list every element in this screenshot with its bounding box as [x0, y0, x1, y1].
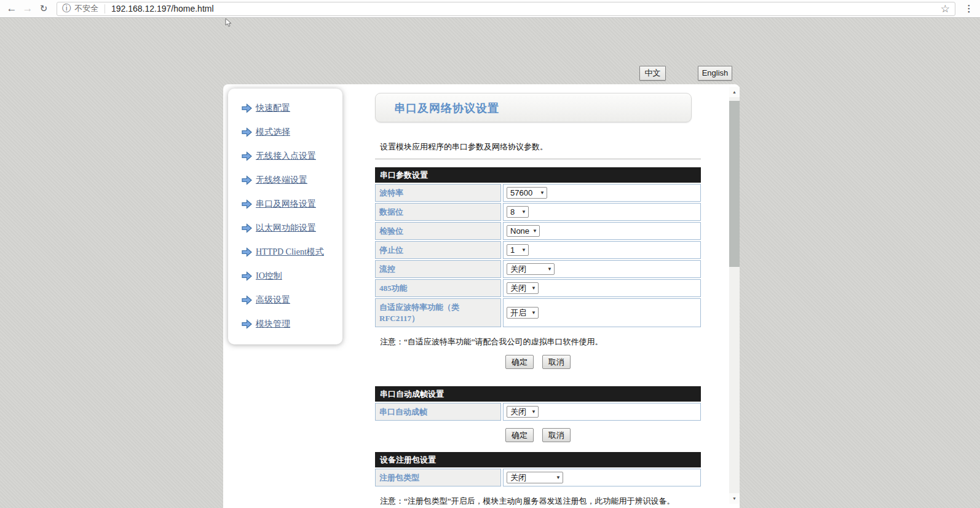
language-chinese-button[interactable]: 中文	[639, 66, 666, 81]
sidebar-item-wireless-sta[interactable]: 无线终端设置	[241, 174, 342, 186]
scrollbar-thumb[interactable]	[729, 101, 740, 267]
arrow-right-icon	[241, 151, 253, 161]
table-row: 波特率 57600▼	[375, 184, 701, 202]
ok-button[interactable]: 确定	[505, 428, 534, 442]
arrow-right-icon	[241, 103, 253, 113]
table-row: 数据位 8▼	[375, 203, 701, 221]
sidebar-link[interactable]: 串口及网络设置	[256, 199, 316, 210]
sidebar-link[interactable]: 模式选择	[256, 127, 290, 138]
scrollbar[interactable]: ▲ ▼	[729, 87, 740, 504]
dropdown-arrow-icon: ▼	[556, 475, 561, 480]
cancel-button[interactable]: 取消	[542, 428, 571, 442]
auto-frame-table: 串口自动成帧设置 串口自动成帧 关闭▼	[375, 386, 701, 421]
page-title: 串口及网络协议设置	[394, 101, 499, 116]
row-label: 485功能	[375, 279, 501, 297]
scroll-down-icon[interactable]: ▼	[729, 493, 740, 504]
scroll-up-icon[interactable]: ▲	[729, 87, 740, 97]
page-title-box: 串口及网络协议设置	[375, 93, 692, 122]
sidebar-item-serial-network[interactable]: 串口及网络设置	[241, 198, 342, 210]
mouse-cursor	[225, 18, 232, 28]
sidebar-link[interactable]: 无线终端设置	[256, 175, 307, 186]
info-icon[interactable]: ⓘ	[62, 3, 71, 14]
dropdown-arrow-icon: ▼	[521, 247, 526, 253]
sidebar-item-mode-select[interactable]: 模式选择	[241, 126, 342, 138]
main-content: 串口及网络协议设置 设置模块应用程序的串口参数及网络协议参数。 串口参数设置 波…	[375, 93, 701, 508]
arrow-right-icon	[241, 223, 253, 233]
stop-bits-select[interactable]: 1▼	[507, 244, 529, 256]
address-bar[interactable]: ⓘ 不安全 192.168.12.197/home.html ☆	[57, 2, 955, 16]
back-icon[interactable]: ←	[4, 1, 20, 17]
browser-toolbar: ← → ↻ ⓘ 不安全 192.168.12.197/home.html ☆ ⋮	[0, 0, 980, 18]
sidebar-link[interactable]: IO控制	[256, 271, 282, 282]
sidebar-link[interactable]: 无线接入点设置	[256, 151, 316, 162]
sidebar-link[interactable]: 快速配置	[256, 103, 290, 114]
dropdown-arrow-icon: ▼	[531, 285, 536, 291]
table-row: 自适应波特率功能（类RFC2117） 开启▼	[375, 298, 701, 327]
table-row: 注册包类型 关闭▼	[375, 469, 701, 486]
sidebar-item-module-mgmt[interactable]: 模块管理	[241, 318, 342, 330]
table-row: 停止位 1▼	[375, 241, 701, 259]
sidebar-link[interactable]: 模块管理	[256, 319, 290, 330]
row-label: 自适应波特率功能（类RFC2117）	[375, 298, 501, 327]
content-panel: 快速配置 模式选择 无线接入点设置 无线终端设置 串口及网络设置 以太网功能设置	[223, 84, 740, 508]
table-header: 设备注册包设置	[375, 452, 701, 467]
row-label: 数据位	[375, 203, 501, 221]
sidebar-link[interactable]: 以太网功能设置	[256, 223, 316, 234]
browser-menu-icon[interactable]: ⋮	[960, 3, 978, 14]
flow-control-select[interactable]: 关闭▼	[507, 263, 555, 275]
reload-icon[interactable]: ↻	[36, 1, 52, 17]
omnibox-separator	[105, 4, 105, 14]
row-label: 波特率	[375, 184, 501, 202]
security-label: 不安全	[74, 3, 98, 14]
page-background: 中文 English 快速配置 模式选择 无线接入点设置 无线终端设置	[0, 18, 980, 508]
table-row: 串口自动成帧 关闭▼	[375, 403, 701, 421]
row-label: 检验位	[375, 222, 501, 240]
divider	[375, 159, 701, 159]
arrow-right-icon	[241, 199, 253, 209]
arrow-right-icon	[241, 247, 253, 257]
data-bits-select[interactable]: 8▼	[507, 206, 529, 218]
ok-button[interactable]: 确定	[505, 355, 534, 369]
sidebar-link[interactable]: HTTPD Client模式	[256, 247, 324, 258]
dropdown-arrow-icon: ▼	[532, 228, 537, 234]
serial-params-table: 串口参数设置 波特率 57600▼ 数据位 8▼	[375, 167, 701, 327]
sidebar-item-ethernet[interactable]: 以太网功能设置	[241, 222, 342, 234]
register-packet-table: 设备注册包设置 注册包类型 关闭▼	[375, 452, 701, 486]
arrow-right-icon	[241, 127, 253, 137]
sidebar-item-wireless-ap[interactable]: 无线接入点设置	[241, 150, 342, 162]
sidebar-item-io-control[interactable]: IO控制	[241, 270, 342, 282]
dropdown-arrow-icon: ▼	[521, 209, 526, 215]
register-type-select[interactable]: 关闭▼	[507, 472, 563, 483]
row-label: 停止位	[375, 241, 501, 259]
parity-select[interactable]: None▼	[507, 225, 540, 237]
arrow-right-icon	[241, 295, 253, 305]
table-header: 串口参数设置	[375, 167, 701, 183]
url-text[interactable]: 192.168.12.197/home.html	[111, 4, 941, 14]
table-row: 检验位 None▼	[375, 222, 701, 240]
sidebar-item-httpd-client[interactable]: HTTPD Client模式	[241, 246, 342, 258]
row-label: 注册包类型	[375, 469, 501, 486]
dropdown-arrow-icon: ▼	[540, 190, 545, 196]
sidebar-link[interactable]: 高级设置	[256, 295, 290, 306]
auto-frame-actions: 确定 取消	[375, 428, 701, 442]
arrow-right-icon	[241, 271, 253, 281]
rs485-select[interactable]: 关闭▼	[507, 282, 539, 294]
dropdown-arrow-icon: ▼	[531, 409, 536, 415]
forward-icon[interactable]: →	[20, 1, 36, 17]
dropdown-arrow-icon: ▼	[547, 266, 552, 272]
language-english-button[interactable]: English	[698, 66, 732, 81]
auto-frame-select[interactable]: 关闭▼	[507, 406, 539, 418]
dropdown-arrow-icon: ▼	[531, 310, 536, 316]
page-description: 设置模块应用程序的串口参数及网络协议参数。	[380, 141, 701, 153]
baud-rate-select[interactable]: 57600▼	[507, 187, 547, 199]
row-label: 流控	[375, 260, 501, 278]
sidebar-item-advanced[interactable]: 高级设置	[241, 294, 342, 306]
note-text: 注意：“注册包类型”开启后，模块主动向服务器发送注册包，此功能用于辨识设备。	[380, 496, 701, 507]
sidebar-item-quick-config[interactable]: 快速配置	[241, 102, 342, 114]
cancel-button[interactable]: 取消	[542, 355, 571, 369]
arrow-right-icon	[241, 175, 253, 185]
adaptive-baud-select[interactable]: 开启▼	[507, 307, 539, 319]
table-header: 串口自动成帧设置	[375, 386, 701, 402]
bookmark-star-icon[interactable]: ☆	[941, 2, 950, 15]
serial-params-actions: 确定 取消	[375, 355, 701, 369]
